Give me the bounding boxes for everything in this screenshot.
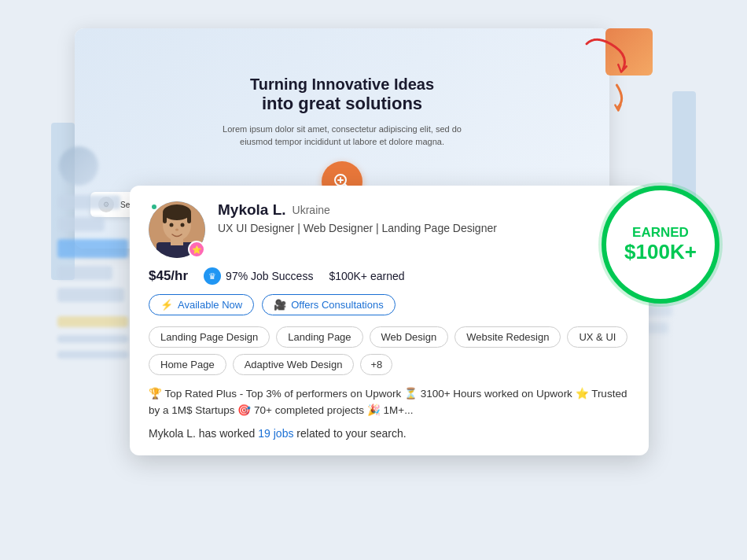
avatar-badge: ⭐ (188, 241, 205, 258)
skill-tag-0[interactable]: Landing Page Design (149, 326, 270, 348)
sidebar-blur-7 (57, 335, 128, 343)
profile-description: 🏆 Top Rated Plus - Top 3% of performers … (149, 386, 630, 419)
profile-name-row: Mykola L. Ukraine (218, 201, 630, 219)
sidebar-blur-2 (57, 217, 105, 231)
profile-location: Ukraine (293, 204, 330, 216)
jobs-prefix: Mykola L. has worked (149, 427, 258, 440)
profile-card: ⭐ Mykola L. Ukraine UX UI Designer | Web… (130, 186, 649, 455)
sidebar-blur-4 (57, 266, 112, 280)
sidebar-blur-5 (57, 288, 124, 302)
skills-more[interactable]: +8 (360, 354, 392, 375)
sidebar-blur-1 (57, 195, 120, 209)
sidebar-avatar (59, 146, 98, 186)
camera-icon: 🎥 (274, 299, 286, 311)
jobs-count: 19 jobs (258, 427, 293, 440)
sidebar-left-blur (51, 146, 138, 422)
sidebar-blur-3 (57, 239, 128, 258)
red-arrow-decoration (582, 32, 637, 87)
profile-header: ⭐ Mykola L. Ukraine UX UI Designer | Web… (149, 201, 630, 258)
earned-label: EARNED (632, 226, 689, 241)
offers-consultation-badge: 🎥 Offers Consultations (262, 294, 396, 315)
lightning-icon: ⚡ (160, 299, 173, 311)
profile-info: Mykola L. Ukraine UX UI Designer | Web D… (218, 201, 630, 234)
online-indicator (150, 203, 158, 211)
scene: Turning Innovative Ideas into great solu… (51, 28, 696, 532)
sidebar-blur-6 (57, 316, 128, 327)
skill-tag-2[interactable]: Web Design (370, 326, 449, 348)
skill-tag-4[interactable]: UX & UI (567, 326, 627, 348)
earned-amount: $100K+ (624, 241, 697, 263)
skills-row: Landing Page Design Landing Page Web Des… (149, 326, 630, 375)
badge-row: ⚡ Available Now 🎥 Offers Consultations (149, 294, 630, 315)
job-success: ♛ 97% Job Success (204, 267, 313, 285)
skill-tag-6[interactable]: Adaptive Web Design (233, 354, 355, 375)
total-earned: $100K+ earned (329, 270, 404, 282)
svg-rect-10 (187, 212, 191, 223)
stats-row: $45/hr ♛ 97% Job Success $100K+ earned (149, 267, 630, 285)
skill-tag-5[interactable]: Home Page (149, 354, 226, 375)
jobs-suffix: related to your search. (293, 427, 406, 440)
svg-point-13 (175, 229, 178, 231)
svg-point-11 (170, 223, 174, 227)
earned-badge: EARNED $100K+ (602, 186, 719, 304)
profile-jobs-line: Mykola L. has worked 19 jobs related to … (149, 427, 630, 440)
avatar-wrapper: ⭐ (149, 201, 205, 258)
svg-point-12 (181, 223, 185, 227)
profile-name: Mykola L. (218, 201, 286, 219)
skill-tag-3[interactable]: Website Redesign (454, 326, 561, 348)
svg-rect-9 (163, 212, 167, 223)
available-now-badge: ⚡ Available Now (149, 294, 254, 315)
skill-tag-1[interactable]: Landing Page (276, 326, 362, 348)
spacer (51, 310, 138, 316)
crown-icon: ♛ (204, 267, 221, 285)
hourly-rate: $45/hr (149, 268, 188, 284)
job-success-text: 97% Job Success (226, 270, 313, 282)
profile-title: UX UI Designer | Web Designer | Landing … (218, 222, 630, 234)
sidebar-blur-8 (57, 351, 128, 359)
available-now-label: Available Now (178, 299, 242, 311)
portfolio-subtitle: Lorem ipsum dolor sit amet, consectetur … (216, 123, 468, 149)
consult-label: Offers Consultations (291, 299, 384, 311)
earned-text: EARNED $100K+ (606, 190, 715, 299)
svg-point-8 (163, 204, 191, 220)
portfolio-title: Turning Innovative Ideas into great solu… (250, 75, 434, 114)
